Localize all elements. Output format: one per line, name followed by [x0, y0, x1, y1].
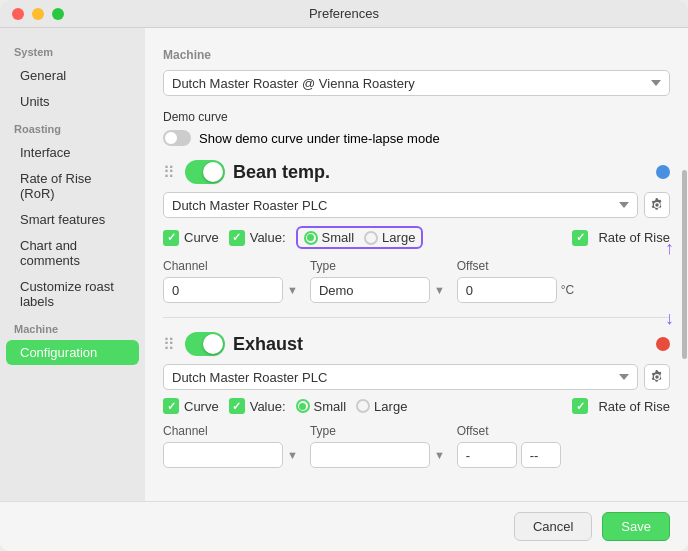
exhaust-drag-handle[interactable]: ⠿: [163, 335, 175, 354]
bean-temp-channel-group: Channel ▼: [163, 259, 298, 303]
exhaust-type-input[interactable]: [310, 442, 430, 468]
exhaust-large-label: Large: [374, 399, 407, 414]
bean-temp-offset-group: Offset °C: [457, 259, 574, 303]
sidebar-item-chart-comments[interactable]: Chart and comments: [6, 233, 139, 273]
exhaust-ror-check-icon: [572, 398, 588, 414]
bean-temp-offset-input[interactable]: [457, 277, 557, 303]
exhaust-small-radio-btn[interactable]: [296, 399, 310, 413]
scrollbar-thumb[interactable]: [682, 170, 687, 359]
system-section-label: System: [0, 38, 145, 62]
bean-temp-offset-row: °C: [457, 277, 574, 303]
exhaust-value-label: Value:: [250, 399, 286, 414]
bean-temp-curve-check-icon: [163, 230, 179, 246]
bean-temp-fields-row: Channel ▼ Type ▼ Offse: [163, 259, 670, 303]
close-button[interactable]: [12, 8, 24, 20]
exhaust-header: ⠿ Exhaust: [163, 332, 670, 356]
sidebar-item-interface[interactable]: Interface: [6, 140, 139, 165]
demo-curve-toggle[interactable]: [163, 130, 191, 146]
bean-temp-value-check-icon: [229, 230, 245, 246]
save-button[interactable]: Save: [602, 512, 670, 541]
scrollbar-track: [680, 28, 688, 501]
exhaust-channel-group: Channel ▼: [163, 424, 298, 468]
minimize-button[interactable]: [32, 8, 44, 20]
exhaust-dropdown-row: Dutch Master Roaster PLC: [163, 364, 670, 390]
sidebar-item-configuration[interactable]: Configuration: [6, 340, 139, 365]
exhaust-gear-button[interactable]: [644, 364, 670, 390]
bean-temp-name: Bean temp.: [233, 162, 330, 183]
bean-temp-small-label: Small: [322, 230, 355, 245]
exhaust-ror-checkbox[interactable]: Rate of Rise: [572, 398, 670, 414]
bean-temp-dropdown-row: Dutch Master Roaster PLC: [163, 192, 670, 218]
sidebar-item-ror[interactable]: Rate of Rise (RoR): [6, 166, 139, 206]
demo-curve-label: Demo curve: [163, 110, 670, 124]
exhaust-channel-label: Channel: [163, 424, 298, 438]
footer: Cancel Save: [0, 501, 688, 551]
exhaust-size-radio-group: Small Large: [296, 399, 408, 414]
bean-temp-value-checkbox[interactable]: Value:: [229, 230, 286, 246]
sidebar-item-smart-features[interactable]: Smart features: [6, 207, 139, 232]
bean-temp-curve-label: Curve: [184, 230, 219, 245]
bean-temp-large-radio[interactable]: Large: [364, 230, 415, 245]
sidebar-item-units[interactable]: Units: [6, 89, 139, 114]
exhaust-ror-label: Rate of Rise: [598, 399, 670, 414]
bean-temp-drag-handle[interactable]: ⠿: [163, 163, 175, 182]
exhaust-name: Exhaust: [233, 334, 303, 355]
machine-heading: Machine: [163, 48, 670, 62]
exhaust-offset-input[interactable]: [457, 442, 517, 468]
bean-temp-gear-button[interactable]: [644, 192, 670, 218]
bean-temp-type-input[interactable]: [310, 277, 430, 303]
maximize-button[interactable]: [52, 8, 64, 20]
titlebar: Preferences: [0, 0, 688, 28]
bean-temp-small-radio-btn[interactable]: [304, 231, 318, 245]
exhaust-options-row: Curve Value: Small Large: [163, 398, 670, 414]
exhaust-value-check-icon: [229, 398, 245, 414]
exhaust-device-dropdown[interactable]: Dutch Master Roaster PLC: [163, 364, 638, 390]
machine-dropdown[interactable]: Dutch Master Roaster @ Vienna Roastery: [163, 70, 670, 96]
bean-temp-large-label: Large: [382, 230, 415, 245]
exhaust-toggle[interactable]: [185, 332, 225, 356]
bean-temp-channel-label: Channel: [163, 259, 298, 273]
machine-section-label: Machine: [0, 315, 145, 339]
bean-temp-offset-unit: °C: [561, 283, 574, 297]
exhaust-offset-label: Offset: [457, 424, 561, 438]
demo-curve-row: Show demo curve under time-lapse mode: [163, 130, 670, 146]
content-area: Machine Dutch Master Roaster @ Vienna Ro…: [145, 28, 688, 501]
exhaust-small-radio[interactable]: Small: [296, 399, 347, 414]
cancel-button[interactable]: Cancel: [514, 512, 592, 541]
sidebar: System General Units Roasting Interface …: [0, 28, 145, 501]
bean-temp-ror-check-icon: [572, 230, 588, 246]
bean-temp-small-radio[interactable]: Small: [304, 230, 355, 245]
exhaust-small-label: Small: [314, 399, 347, 414]
window-controls: [12, 8, 64, 20]
bean-temp-ror-checkbox[interactable]: Rate of Rise: [572, 230, 670, 246]
bean-temp-curve-checkbox[interactable]: Curve: [163, 230, 219, 246]
bean-temp-channel-input[interactable]: [163, 277, 283, 303]
exhaust-curve-checkbox[interactable]: Curve: [163, 398, 219, 414]
sidebar-item-customize-labels[interactable]: Customize roast labels: [6, 274, 139, 314]
exhaust-large-radio-btn[interactable]: [356, 399, 370, 413]
exhaust-offset-unit-input[interactable]: [521, 442, 561, 468]
sidebar-item-general[interactable]: General: [6, 63, 139, 88]
bean-temp-type-label: Type: [310, 259, 445, 273]
type-dropdown-arrow: ▼: [434, 284, 445, 296]
exhaust-type-group: Type ▼: [310, 424, 445, 468]
exhaust-type-label: Type: [310, 424, 445, 438]
exhaust-large-radio[interactable]: Large: [356, 399, 407, 414]
exhaust-offset-group: Offset: [457, 424, 561, 468]
scroll-down-arrow[interactable]: ↓: [665, 308, 674, 329]
scroll-up-arrow[interactable]: ↑: [665, 238, 674, 259]
bean-temp-options-row: Curve Value: Small Large: [163, 226, 670, 249]
bean-temp-toggle[interactable]: [185, 160, 225, 184]
bean-temp-device-dropdown[interactable]: Dutch Master Roaster PLC: [163, 192, 638, 218]
exhaust-type-dropdown-arrow: ▼: [434, 449, 445, 461]
bean-temp-large-radio-btn[interactable]: [364, 231, 378, 245]
exhaust-channel-input[interactable]: [163, 442, 283, 468]
bean-temp-size-radio-group: Small Large: [296, 226, 424, 249]
preferences-window: Preferences System General Units Roastin…: [0, 0, 688, 551]
exhaust-offset-row: [457, 442, 561, 468]
exhaust-color-dot: [656, 337, 670, 351]
main-content: System General Units Roasting Interface …: [0, 28, 688, 501]
bean-temp-type-group: Type ▼: [310, 259, 445, 303]
exhaust-channel-dropdown-arrow: ▼: [287, 449, 298, 461]
exhaust-value-checkbox[interactable]: Value:: [229, 398, 286, 414]
